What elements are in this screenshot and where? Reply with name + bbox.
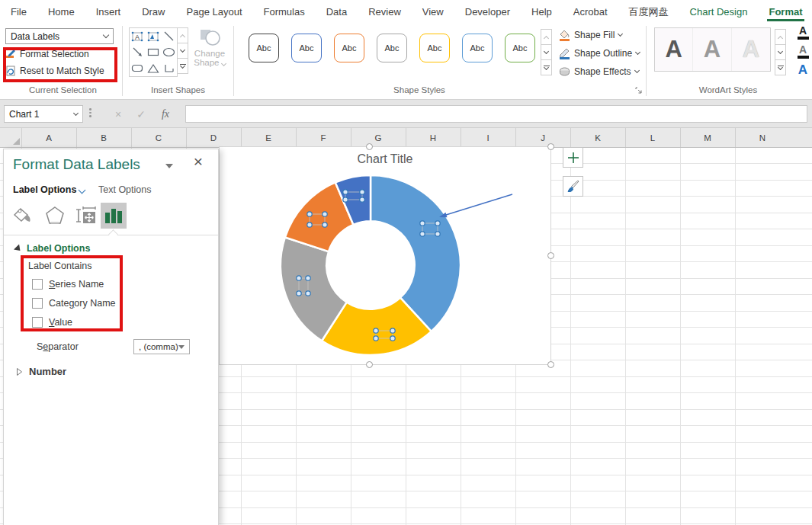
styles-scroll-up-button[interactable] <box>541 29 552 45</box>
textbox-shape-icon[interactable]: A <box>130 28 146 44</box>
category-name-checkbox-label[interactable]: Category Name <box>49 298 116 309</box>
shapes-gallery-more-button[interactable] <box>177 58 188 74</box>
tab-acrobat[interactable]: Acrobat <box>572 2 609 21</box>
tab-chart-design[interactable]: Chart Design <box>688 2 749 21</box>
shape-style-swatch-2[interactable]: Abc <box>291 34 322 62</box>
col-header-n[interactable]: N <box>735 133 790 142</box>
tab-page-layout[interactable]: Page Layout <box>185 2 244 21</box>
tab-insert[interactable]: Insert <box>95 2 123 21</box>
tab-baidu-netdisk[interactable]: 百度网盘 <box>627 1 670 23</box>
enter-button[interactable]: ✓ <box>131 105 151 123</box>
label-options-collapse-icon[interactable] <box>14 244 23 253</box>
col-header-h[interactable]: H <box>406 133 461 142</box>
text-outline-button[interactable]: A <box>795 43 810 59</box>
tab-text-options[interactable]: Text Options <box>98 184 151 195</box>
chart-element-selector[interactable]: Data Labels <box>5 28 114 44</box>
shape-fill-button[interactable]: Shape Fill <box>559 28 622 42</box>
col-header-k[interactable]: K <box>570 133 625 142</box>
col-header-i[interactable]: I <box>461 133 515 142</box>
col-header-e[interactable]: E <box>241 133 296 142</box>
tab-file[interactable]: File <box>9 2 28 21</box>
wordart-scroll-down-button[interactable] <box>775 44 786 60</box>
insert-shapes-gallery[interactable]: A <box>129 27 178 77</box>
shape-effects-button[interactable]: Shape Effects <box>559 65 639 78</box>
chart-styles-button[interactable] <box>563 176 583 197</box>
effects-tab-icon[interactable] <box>42 203 68 229</box>
shape-style-swatch-7[interactable]: Abc <box>505 34 535 62</box>
wordart-style-3[interactable]: A <box>732 28 770 71</box>
category-name-checkbox[interactable] <box>32 298 43 309</box>
rectangle-shape-icon[interactable] <box>146 44 162 60</box>
cancel-button[interactable]: × <box>108 105 128 123</box>
value-checkbox-label[interactable]: Value <box>49 317 72 328</box>
arrow-shape-icon[interactable] <box>130 44 146 60</box>
rounded-rectangle-shape-icon[interactable] <box>130 60 146 76</box>
col-header-l[interactable]: L <box>625 133 680 142</box>
shape-outline-button[interactable]: Shape Outline <box>559 46 640 60</box>
chart-resize-handle-bottom-right[interactable] <box>547 361 554 368</box>
tab-formulas[interactable]: Formulas <box>262 2 307 21</box>
col-header-c[interactable]: C <box>131 133 186 142</box>
tab-review[interactable]: Review <box>367 2 403 21</box>
styles-scroll-down-button[interactable] <box>541 44 552 60</box>
formula-bar-grip[interactable] <box>89 108 91 117</box>
col-header-d[interactable]: D <box>186 133 241 142</box>
size-properties-tab-icon[interactable] <box>73 203 99 229</box>
col-header-g[interactable]: G <box>351 133 406 142</box>
shape-style-swatch-6[interactable]: Abc <box>462 34 493 62</box>
wordart-gallery-more-button[interactable] <box>775 59 786 75</box>
tab-label-options[interactable]: Label Options <box>13 184 85 195</box>
wordart-scroll-up-button[interactable] <box>775 29 786 45</box>
pane-menu-dropdown-icon[interactable] <box>165 164 173 168</box>
chart-resize-handle-bottom[interactable] <box>366 361 373 368</box>
tab-home[interactable]: Home <box>47 2 76 21</box>
label-options-tab-icon-selected[interactable] <box>101 203 127 229</box>
shapes-scroll-down-button[interactable] <box>177 43 188 59</box>
col-header-a[interactable]: A <box>21 133 76 142</box>
wordart-gallery[interactable]: A A A <box>654 27 771 72</box>
formula-input[interactable] <box>185 105 807 123</box>
fill-line-tab-icon[interactable] <box>10 203 36 229</box>
shape-style-swatch-4[interactable]: Abc <box>377 34 407 62</box>
format-selection-button[interactable]: Format Selection <box>5 46 89 62</box>
chart-resize-handle-top-right[interactable] <box>547 143 554 150</box>
shape-style-swatch-3[interactable]: Abc <box>334 34 364 62</box>
horizontal-textbox-shape-icon[interactable] <box>146 28 162 44</box>
tab-view[interactable]: View <box>421 2 445 21</box>
doughnut-chart[interactable] <box>220 147 552 366</box>
chart-resize-handle-top[interactable] <box>366 143 373 150</box>
change-shape-button[interactable]: Change Shape <box>188 26 231 82</box>
value-checkbox[interactable] <box>32 317 43 328</box>
chart-elements-button[interactable] <box>563 147 583 168</box>
label-options-section-header[interactable]: Label Options <box>27 243 90 254</box>
triangle-shape-icon[interactable] <box>146 60 162 76</box>
number-expand-icon[interactable] <box>16 367 23 376</box>
text-fill-button[interactable]: A <box>795 24 810 40</box>
col-header-f[interactable]: F <box>296 133 351 142</box>
pane-close-button[interactable]: × <box>190 152 207 171</box>
tab-format[interactable]: Format <box>767 2 804 21</box>
line-shape-icon[interactable] <box>161 28 177 44</box>
series-name-checkbox-label[interactable]: Series Name <box>49 279 104 290</box>
series-name-checkbox[interactable] <box>32 279 43 290</box>
chart-resize-handle-right[interactable] <box>547 252 554 259</box>
elbow-connector-shape-icon[interactable] <box>161 60 177 76</box>
shapes-scroll-up-button[interactable] <box>177 27 188 43</box>
col-header-j[interactable]: J <box>515 133 570 142</box>
styles-gallery-more-button[interactable] <box>541 59 552 75</box>
col-header-b[interactable]: B <box>76 133 131 142</box>
name-box-dropdown-icon[interactable] <box>73 110 79 115</box>
oval-shape-icon[interactable] <box>161 44 177 60</box>
separator-dropdown[interactable]: , (comma) <box>133 339 190 354</box>
chart-object[interactable]: Chart Title <box>219 146 551 365</box>
tab-draw[interactable]: Draw <box>140 2 166 21</box>
text-effects-button[interactable]: A <box>795 62 810 78</box>
shape-styles-dialog-launcher[interactable] <box>635 87 644 95</box>
tab-developer[interactable]: Developer <box>464 2 512 21</box>
wordart-style-2[interactable]: A <box>693 28 731 71</box>
name-box[interactable]: Chart 1 <box>4 105 83 123</box>
number-section-header[interactable]: Number <box>29 366 66 377</box>
reset-to-match-style-button[interactable]: Reset to Match Style <box>5 63 104 78</box>
shape-style-swatch-1[interactable]: Abc <box>249 34 279 62</box>
insert-function-button[interactable]: fx <box>156 105 175 123</box>
